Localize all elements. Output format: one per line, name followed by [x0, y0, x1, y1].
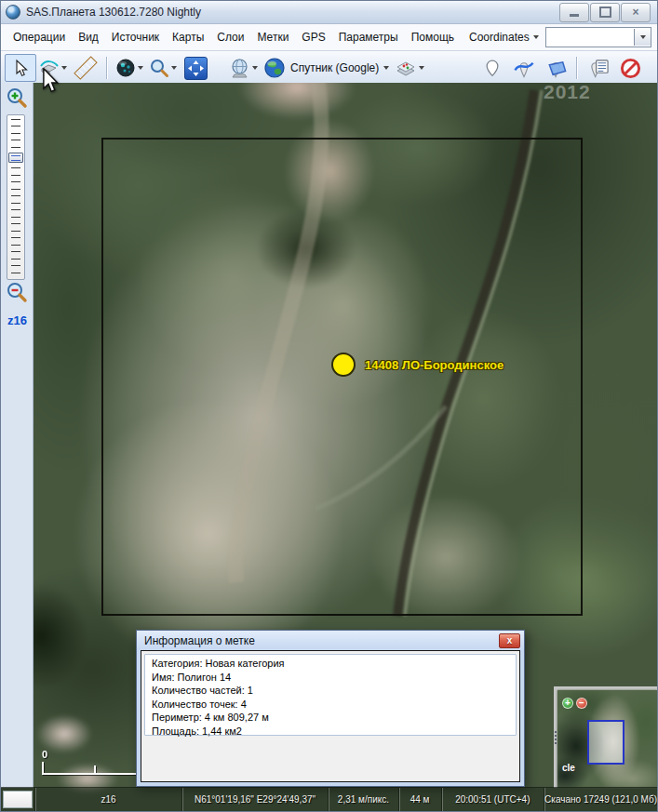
- main-toolbar: Спутник (Google): [1, 51, 657, 86]
- menu-maps[interactable]: Карты: [166, 26, 210, 48]
- info-perimeter: Периметр: 4 км 809,27 м: [152, 711, 509, 725]
- zoom-region-tool[interactable]: [146, 54, 180, 82]
- cursor-arrow-icon: [11, 59, 30, 77]
- magnifier-icon: [149, 58, 169, 78]
- app-window: SAS.Планета 130612.7280 Nightly × Операц…: [0, 0, 658, 812]
- minimize-button[interactable]: [559, 3, 589, 22]
- chevron-down-icon: [533, 35, 539, 42]
- ruler-icon: [74, 56, 97, 79]
- info-name: Имя: Полигон 14: [152, 671, 509, 685]
- menu-coordinates[interactable]: Coordinates: [463, 26, 545, 48]
- mini-map-watermark: cle: [562, 763, 575, 773]
- chevron-down-icon: [61, 66, 67, 73]
- status-downloaded: Скачано 17249 (121,0 Мб): [544, 788, 657, 811]
- menu-placemarks[interactable]: Метки: [250, 26, 295, 48]
- zoom-out-icon: [6, 281, 28, 305]
- menu-operations[interactable]: Операции: [7, 26, 72, 48]
- menu-settings[interactable]: Параметры: [332, 26, 405, 48]
- menu-help[interactable]: Помощь: [405, 26, 461, 48]
- placemark-info-dialog: Информация о метке x Категория: Новая ка…: [136, 630, 525, 787]
- dialog-body: Категория: Новая категория Имя: Полигон …: [141, 650, 520, 782]
- add-placemark-tool[interactable]: [477, 54, 508, 82]
- zoom-sidebar: z16: [1, 83, 34, 788]
- status-time: 20:00:51 (UTC+4): [441, 788, 544, 811]
- zoom-in-icon: [6, 87, 28, 111]
- menu-view[interactable]: Вид: [72, 26, 105, 48]
- polygon-placemark-outline[interactable]: [101, 138, 583, 616]
- coordinates-combobox[interactable]: [545, 27, 651, 47]
- fill-map-tool[interactable]: [113, 54, 146, 82]
- layers-icon: [395, 58, 417, 78]
- zoom-slider-ticks: [11, 119, 20, 275]
- toolbar-separator: [576, 57, 578, 79]
- mouse-cursor-arrow: [42, 68, 59, 93]
- zoom-slider-thumb[interactable]: [8, 153, 23, 163]
- placemark-marker-label: 14408 ЛО-Бородинское: [365, 358, 504, 372]
- menu-bar: Операции Вид Источник Карты Слои Метки G…: [1, 24, 657, 51]
- select-cursor-tool[interactable]: [5, 54, 36, 82]
- map-source-label: Спутник (Google): [288, 61, 382, 74]
- gps-tool[interactable]: [226, 54, 261, 82]
- dark-globe-icon: [115, 58, 136, 78]
- path-pin-icon: [513, 58, 535, 79]
- menu-source[interactable]: Источник: [105, 26, 166, 48]
- zoom-slider-track[interactable]: [7, 114, 25, 280]
- earth-icon: [263, 57, 286, 79]
- measure-distance-tool[interactable]: [70, 54, 101, 82]
- zoom-in-button[interactable]: [6, 87, 28, 111]
- zoom-out-button[interactable]: [6, 281, 28, 305]
- close-button[interactable]: ×: [621, 3, 651, 22]
- placemark-info-text: Категория: Новая категория Имя: Полигон …: [144, 654, 517, 736]
- scale-mid-tick: [94, 765, 96, 773]
- fullscreen-icon: [184, 57, 208, 80]
- dialog-title: Информация о метке: [144, 634, 255, 647]
- imagery-year-watermark: 2012: [544, 83, 591, 103]
- layers-selector[interactable]: [392, 54, 427, 82]
- info-points-count: Количество точек: 4: [152, 698, 509, 712]
- maximize-icon: [599, 7, 611, 18]
- info-parts-count: Количество частей: 1: [152, 684, 509, 698]
- app-globe-icon: [6, 5, 20, 20]
- mini-map-zoom-in-button[interactable]: +: [562, 698, 573, 709]
- hide-placemarks-button[interactable]: [614, 54, 646, 82]
- placemark-pin-icon: [483, 58, 502, 79]
- zoom-level-label: z16: [7, 313, 27, 327]
- combo-dropdown-button[interactable]: [634, 29, 651, 46]
- menu-layers[interactable]: Слои: [210, 26, 250, 48]
- maximize-button[interactable]: [590, 3, 620, 22]
- add-path-tool[interactable]: [508, 54, 540, 82]
- mini-map-panel[interactable]: + − cle: [554, 686, 657, 788]
- placemark-manager-button[interactable]: [583, 54, 614, 82]
- status-bar: z16 N61°01'19,16" E29°24'49,37" 2,31 м/п…: [1, 787, 657, 811]
- status-resolution: 2,31 м/пикс.: [328, 788, 397, 811]
- mini-map-resize-grip[interactable]: [555, 731, 557, 746]
- info-area: Площадь: 1,44 км2: [152, 725, 509, 739]
- chevron-down-icon: [252, 66, 258, 73]
- chevron-down-icon: [171, 66, 177, 73]
- gps-globe-icon: [229, 58, 250, 79]
- chevron-down-icon: [640, 35, 646, 42]
- chevron-down-icon: [383, 66, 389, 73]
- status-grip-box: [3, 791, 33, 808]
- menu-gps[interactable]: GPS: [295, 26, 331, 48]
- dialog-close-button[interactable]: x: [499, 633, 520, 648]
- map-client-area: 2012 14408 ЛО-Бородинское 0: [1, 83, 657, 811]
- polygon-pin-icon: [544, 58, 568, 79]
- status-zoom[interactable]: z16: [34, 788, 181, 811]
- map-source-selector[interactable]: Спутник (Google): [261, 54, 392, 82]
- mini-map-viewport-rect[interactable]: [587, 720, 624, 765]
- placemark-marker-dot[interactable]: [331, 353, 356, 377]
- window-title: SAS.Планета 130612.7280 Nightly: [26, 6, 201, 19]
- fullscreen-button[interactable]: [180, 54, 211, 82]
- mini-map-zoom-out-button[interactable]: −: [576, 698, 587, 709]
- no-entry-icon: [620, 58, 641, 79]
- info-category: Категория: Новая категория: [152, 657, 509, 671]
- minimize-icon: [570, 14, 579, 17]
- placemark-list-icon: [588, 58, 610, 79]
- status-coordinates: N61°01'19,16" E29°24'49,37": [181, 788, 328, 811]
- add-polygon-tool[interactable]: [540, 54, 571, 82]
- title-bar[interactable]: SAS.Планета 130612.7280 Nightly ×: [1, 1, 657, 24]
- chevron-down-icon: [138, 66, 143, 73]
- dialog-title-bar[interactable]: Информация о метке x: [137, 631, 524, 650]
- chevron-down-icon: [419, 66, 424, 73]
